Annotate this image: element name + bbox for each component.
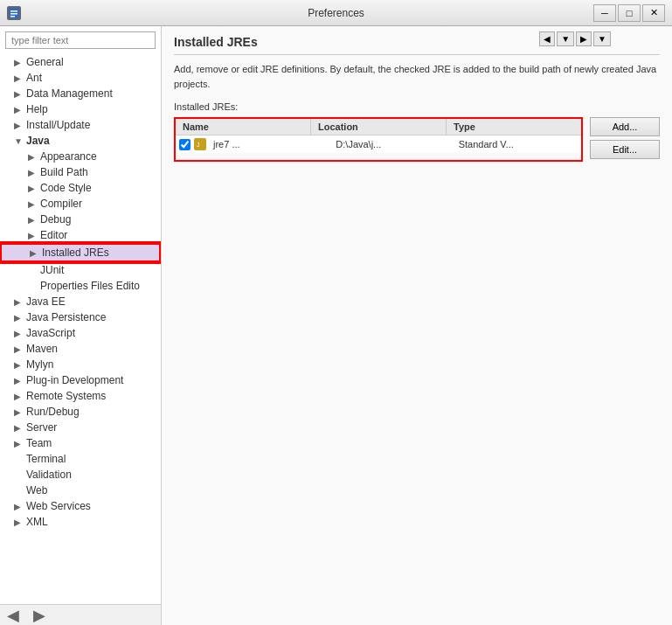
- sidebar-bottom: ◀ ▶: [0, 604, 161, 625]
- sidebar-item-label: Install/Update: [26, 119, 90, 131]
- sidebar-item-remote-systems[interactable]: ▶ Remote Systems: [0, 388, 161, 404]
- sidebar-item-install-update[interactable]: ▶ Install/Update: [0, 117, 161, 133]
- nav-buttons: ◀ ▼ ▶ ▼: [539, 31, 611, 46]
- sidebar-item-label: JUnit: [40, 264, 64, 276]
- sidebar-item-java-ee[interactable]: ▶ Java EE: [0, 294, 161, 309]
- sidebar-item-appearance[interactable]: ▶ Appearance: [0, 149, 161, 164]
- arrow-icon: ▼: [14, 136, 23, 146]
- sidebar-item-label: Java Persistence: [26, 311, 106, 323]
- add-button[interactable]: Add...: [590, 117, 660, 136]
- sidebar-item-web-services[interactable]: ▶ Web Services: [0, 498, 161, 514]
- sidebar-item-maven[interactable]: ▶ Maven: [0, 341, 161, 357]
- sidebar-item-validation[interactable]: Validation: [0, 467, 161, 483]
- window-title: Preferences: [0, 7, 672, 19]
- edit-button[interactable]: Edit...: [590, 140, 660, 159]
- arrow-icon: ▶: [14, 73, 23, 83]
- sidebar-item-label: Run/Debug: [26, 406, 80, 418]
- sidebar-item-compiler[interactable]: ▶ Compiler: [0, 196, 161, 212]
- arrow-icon: ▶: [28, 199, 37, 209]
- sidebar-item-mylyn[interactable]: ▶ Mylyn: [0, 357, 161, 372]
- arrow-icon: ▶: [14, 392, 23, 401]
- sidebar-item-label: Validation: [26, 469, 72, 481]
- minimize-button[interactable]: ─: [593, 4, 616, 22]
- sidebar-item-label: Maven: [26, 343, 58, 355]
- sidebar-item-label: Java: [26, 135, 50, 147]
- arrow-icon: ▶: [14, 517, 23, 527]
- header-location: Location: [311, 119, 447, 135]
- svg-rect-2: [10, 13, 17, 15]
- header-name: Name: [176, 119, 311, 135]
- sidebar-item-team[interactable]: ▶ Team: [0, 435, 161, 451]
- filter-input[interactable]: [5, 31, 156, 49]
- sidebar-item-label: Terminal: [26, 453, 66, 465]
- arrow-icon: ▶: [28, 168, 37, 177]
- sidebar-item-xml[interactable]: ▶ XML: [0, 514, 161, 530]
- jre-icon: J: [194, 138, 206, 150]
- svg-text:J: J: [197, 142, 200, 148]
- content-area: pper... -1" http:/ ◀ ▼ ▶ ▼ Installed JRE…: [162, 26, 672, 625]
- sidebar-item-label: XML: [26, 516, 48, 528]
- tree-container: ▶ General ▶ Ant ▶ Data Management ▶ Help…: [0, 54, 161, 604]
- jre-table-wrapper: Name Location Type J: [174, 117, 583, 162]
- jre-table: Name Location Type J: [176, 119, 581, 153]
- sidebar-item-installed-jres[interactable]: ▶ Installed JREs: [0, 243, 161, 262]
- sidebar-item-web[interactable]: Web: [0, 483, 161, 498]
- arrow-icon: ▶: [14, 105, 23, 115]
- arrow-icon: ▶: [14, 121, 23, 130]
- forward-dropdown-button[interactable]: ▼: [593, 31, 611, 46]
- sidebar-item-java-persistence[interactable]: ▶ Java Persistence: [0, 309, 161, 325]
- sidebar-item-label: Help: [26, 103, 48, 115]
- sidebar-item-server[interactable]: ▶ Server: [0, 420, 161, 435]
- sidebar-back-button[interactable]: ◀: [0, 604, 26, 626]
- arrow-icon: ▶: [14, 439, 23, 448]
- sidebar: ▶ General ▶ Ant ▶ Data Management ▶ Help…: [0, 26, 162, 625]
- restore-button[interactable]: □: [618, 4, 641, 22]
- sidebar-item-java[interactable]: ▼ Java: [0, 133, 161, 149]
- arrow-icon: ▶: [14, 407, 23, 417]
- preferences-panel: Installed JREs Add, remove or edit JRE d…: [162, 26, 672, 625]
- jre-type: Standard V...: [455, 139, 578, 149]
- arrow-icon: ▶: [14, 344, 23, 354]
- sidebar-item-label: Web: [26, 484, 47, 497]
- sidebar-item-help[interactable]: ▶ Help: [0, 101, 161, 117]
- arrow-icon: ▶: [14, 58, 23, 67]
- sidebar-item-properties-files[interactable]: Properties Files Edito: [0, 278, 161, 294]
- sidebar-item-debug[interactable]: ▶ Debug: [0, 212, 161, 227]
- panel-description: Add, remove or edit JRE definitions. By …: [174, 62, 660, 91]
- sidebar-item-label: Team: [26, 437, 52, 449]
- sidebar-item-label: Properties Files Edito: [40, 280, 140, 292]
- jre-row[interactable]: J jre7 ... D:\Java\j... Standard V...: [176, 135, 581, 153]
- arrow-icon: ▶: [28, 215, 37, 225]
- sidebar-item-run-debug[interactable]: ▶ Run/Debug: [0, 404, 161, 420]
- sidebar-item-junit[interactable]: JUnit: [0, 262, 161, 278]
- sidebar-forward-button[interactable]: ▶: [26, 604, 52, 626]
- sidebar-item-code-style[interactable]: ▶ Code Style: [0, 180, 161, 196]
- jre-checkbox[interactable]: [179, 139, 191, 150]
- sidebar-item-label: Installed JREs: [42, 247, 109, 259]
- app-icon: [7, 6, 21, 20]
- sidebar-item-build-path[interactable]: ▶ Build Path: [0, 164, 161, 180]
- arrow-icon: ▶: [14, 313, 23, 323]
- arrow-icon: ▶: [30, 248, 38, 258]
- sidebar-item-general[interactable]: ▶ General: [0, 54, 161, 70]
- sidebar-item-data-management[interactable]: ▶ Data Management: [0, 86, 161, 101]
- jre-location: D:\Java\j...: [332, 139, 454, 149]
- jre-area: Name Location Type J: [174, 117, 660, 162]
- arrow-icon: ▶: [14, 329, 23, 338]
- installed-jres-label: Installed JREs:: [174, 101, 660, 112]
- forward-button[interactable]: ▶: [576, 31, 592, 46]
- sidebar-item-ant[interactable]: ▶ Ant: [0, 70, 161, 86]
- back-button[interactable]: ◀: [539, 31, 555, 46]
- sidebar-item-editor[interactable]: ▶ Editor: [0, 227, 161, 243]
- close-button[interactable]: ✕: [642, 4, 665, 22]
- sidebar-item-javascript[interactable]: ▶ JavaScript: [0, 325, 161, 341]
- sidebar-item-label: Ant: [26, 72, 42, 84]
- sidebar-item-plugin-development[interactable]: ▶ Plug-in Development: [0, 372, 161, 388]
- back-dropdown-button[interactable]: ▼: [557, 31, 574, 46]
- sidebar-item-label: Web Services: [26, 500, 91, 512]
- sidebar-item-label: Mylyn: [26, 358, 53, 371]
- arrow-icon: ▶: [14, 89, 23, 99]
- sidebar-item-terminal[interactable]: Terminal: [0, 451, 161, 467]
- sidebar-item-label: Server: [26, 421, 57, 434]
- svg-rect-3: [10, 16, 15, 17]
